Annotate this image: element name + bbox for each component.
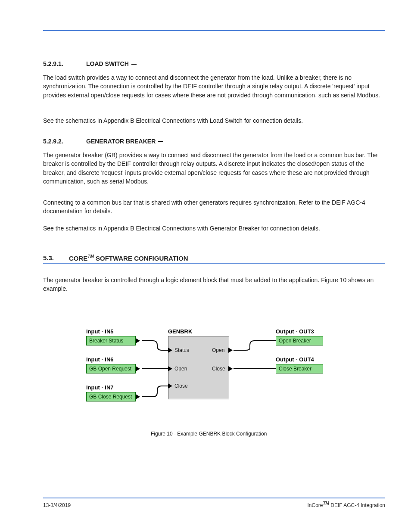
paragraph: The load switch provides a way to connec… <box>43 73 383 100</box>
paragraph: Connecting to a common bus bar that is s… <box>43 198 383 216</box>
arrow-icon <box>168 366 172 371</box>
figure-caption: Figure 10 - Example GENBRK Block Configu… <box>151 431 267 437</box>
text: See the schematics in Appendix B <box>43 117 136 124</box>
arrow-icon <box>136 338 140 343</box>
trademark-icon: TM <box>323 501 329 506</box>
link-text: Electrical Connections with Generator Br… <box>136 225 260 232</box>
port-label: Status <box>174 347 189 353</box>
section-title: GENERATOR BREAKER <box>86 138 164 145</box>
dash-icon <box>158 141 163 142</box>
section-number: 5.3. <box>43 254 54 261</box>
section-number: 5.2.9.2. <box>43 138 63 145</box>
input-title: Input - IN6 <box>86 356 114 363</box>
arrow-icon <box>136 366 140 371</box>
text: for connection details. <box>243 117 303 124</box>
arrow-icon <box>168 383 172 389</box>
section-title: CORETM SOFTWARE CONFIGURATION <box>69 254 188 262</box>
port-label: Open <box>174 366 187 372</box>
dash-icon <box>131 64 137 65</box>
link-text: Electrical Connections with Load Switch <box>136 117 243 124</box>
arrow-icon <box>136 394 140 399</box>
section-title-text: GENERATOR BREAKER <box>86 138 156 145</box>
arrow-icon <box>168 348 172 353</box>
text: for connection details. <box>260 225 320 232</box>
output-box: Open Breaker <box>276 336 323 345</box>
section-title-text: LOAD SWITCH <box>86 60 129 67</box>
port-label: Close <box>174 383 188 389</box>
text: See the schematics in Appendix B <box>43 225 136 232</box>
paragraph: See the schematics in Appendix B Electri… <box>43 224 383 233</box>
top-rule <box>43 30 385 31</box>
text: InCore <box>307 502 323 508</box>
text: SOFTWARE CONFIGURATION <box>94 255 188 262</box>
section-rule <box>43 263 385 264</box>
input-box: Breaker Status <box>86 336 136 345</box>
footer-left: 13-3/4/2019 <box>43 502 71 508</box>
footer-rule <box>43 498 385 498</box>
section-title: LOAD SWITCH <box>86 60 137 67</box>
input-box: GB Close Request <box>86 392 136 401</box>
arrow-icon <box>228 348 233 353</box>
input-box: GB Open Request <box>86 364 136 373</box>
paragraph: The generator breaker is controlled thro… <box>43 276 383 293</box>
footer-right: InCoreTM DEIF AGC-4 Integration <box>307 501 385 508</box>
output-box: Close Breaker <box>276 364 323 373</box>
input-title: Input - IN7 <box>86 384 114 391</box>
block-title: GENBRK <box>168 328 192 335</box>
port-label: Open <box>212 347 224 353</box>
arrow-icon <box>228 366 233 371</box>
output-title: Output - OUT3 <box>276 328 314 335</box>
genbrk-diagram: Input - IN5 Breaker Status Input - IN6 G… <box>86 327 340 421</box>
port-label: Close <box>212 366 225 372</box>
text: DEIF AGC-4 Integration <box>329 502 385 508</box>
input-title: Input - IN5 <box>86 328 114 335</box>
output-title: Output - OUT4 <box>276 356 314 363</box>
text: CORE <box>69 255 87 262</box>
trademark-icon: TM <box>87 254 93 259</box>
section-number: 5.2.9.1. <box>43 60 63 67</box>
page: 5.2.9.1. LOAD SWITCH The load switch pro… <box>0 0 411 532</box>
paragraph: The generator breaker (GB) provides a wa… <box>43 151 383 186</box>
paragraph: See the schematics in Appendix B Electri… <box>43 116 383 125</box>
